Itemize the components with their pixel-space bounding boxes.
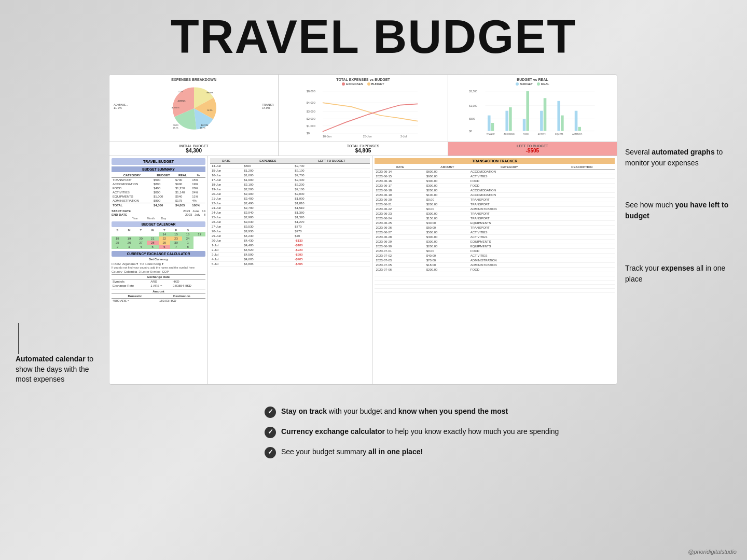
line-chart-title: TOTAL EXPENSES vs BUDGET (282, 78, 444, 81)
expenses-table-row: 29-Jun$4,230$70 (210, 234, 370, 239)
bar-chart-svg: $1,500 $1,000 $500 $0 (451, 87, 614, 138)
currency-section: Set Currency FROM Argentina ▾ TO Honk Ko… (112, 258, 205, 273)
svg-text:$1,000: $1,000 (307, 124, 315, 128)
check-text-3: See your budget summary all in one place… (281, 446, 423, 457)
expenses-table-row: 1-Jul$4,480-$180 (210, 243, 370, 248)
tracker-table-row: 2023-06-17$300.00FOOD (375, 184, 615, 188)
expenses-table-row: 16-Jun$1,600$2,700 (210, 173, 370, 178)
bottom-left-annotation (119, 405, 249, 466)
tracker-table-row: 2023-06-23$300.00TRANSPORT (375, 212, 615, 216)
watermark: @prioridigitalstudio (688, 549, 737, 555)
svg-rect-37 (526, 91, 529, 131)
start-date-label: START DATE (112, 209, 131, 213)
tracker-table-row: 2023-07-02$40.00ACTIVITIES (375, 254, 615, 258)
budget-table-row: ADMINISTRATION$800$1754% (112, 199, 205, 203)
svg-rect-41 (561, 116, 564, 131)
tracker-table-row: 2023-07-05$18.00ADMINISTRATION (375, 263, 615, 268)
tracker-table-row: 2023-06-20$0.00TRANSPORT (375, 198, 615, 202)
left-to-budget-value: -$505 (451, 148, 614, 153)
tracker-table-row: 2023-06-26$50.00TRANSPORT (375, 226, 615, 230)
svg-text:TRANSP.: TRANSP. (205, 92, 213, 94)
page-title: TRAVEL BUDGET (0, 0, 747, 69)
bottom-checklist: Stay on track with your budget and know … (265, 405, 721, 466)
svg-rect-32 (488, 116, 491, 131)
tracker-empty-row (375, 281, 615, 285)
expenses-table-row: 14-Jun$600$3,700 (210, 164, 370, 169)
svg-text:10-Jun: 10-Jun (323, 135, 331, 138)
svg-rect-39 (543, 99, 546, 131)
check-icon-1 (265, 407, 276, 418)
tracker-table-row: 2023-06-25$40.00EQUIPMENTS (375, 221, 615, 226)
svg-text:FOOD: FOOD (522, 133, 528, 136)
svg-text:11.2%: 11.2% (177, 91, 183, 93)
total-expenses-cell: TOTAL EXPENSES $4,805 (279, 142, 448, 156)
svg-rect-40 (557, 101, 560, 131)
tracker-empty-row (375, 289, 615, 293)
expenses-table-row: 25-Jun$2,980$1,320 (210, 215, 370, 220)
tracker-empty-row (375, 276, 615, 281)
budget-table-row: ACCOMODATION$800$90019% (112, 182, 205, 186)
line-chart-legend: EXPENSES BUDGET (282, 82, 444, 86)
pie-chart-panel: EXPENSES BREAKDOWN (109, 75, 279, 142)
svg-text:14.9%: 14.9% (207, 109, 213, 111)
left-panel: TRAVEL BUDGET BUDGET SUMMARY CATEGORY BU… (109, 156, 208, 384)
amount-table: Amount Domestic Destination 4500 ARS = 1… (112, 289, 205, 303)
calendar-header: BUDGET CALENDAR (112, 221, 205, 227)
travel-budget-header: TRAVEL BUDGET (112, 158, 205, 165)
expenses-table: DATE EXPENSES LEFT TO BUDGET 14-Jun$600$… (210, 158, 370, 267)
tracker-table-row: 2023-06-19$100.00ACCOMODATION (375, 193, 615, 198)
svg-text:$8,000: $8,000 (307, 90, 315, 93)
tracker-col-category: CATEGORY (469, 165, 549, 170)
svg-rect-35 (509, 107, 512, 131)
annotation-graphs: Several automated graphs to monitor your… (625, 147, 731, 169)
expenses-table-row: 26-Jun$3,030$1,270 (210, 220, 370, 225)
svg-text:2-Jul: 2-Jul (400, 135, 407, 138)
expenses-table-row: 21-Jun$2,400$1,900 (210, 197, 370, 201)
tracker-col-description: DESCRIPTION (549, 165, 615, 170)
bar-chart-legend: BUDGET REAL (451, 82, 614, 86)
tracker-table-row: 2023-06-27$500.00ACTIVITIES (375, 230, 615, 235)
svg-text:ADMINIST.: ADMINIST. (572, 133, 582, 136)
main-data-row: TRAVEL BUDGET BUDGET SUMMARY CATEGORY BU… (109, 156, 617, 384)
svg-text:25-Jun: 25-Jun (363, 135, 372, 138)
budget-table-row: ACTIVITIES$800$1,14024% (112, 190, 205, 194)
summary-row: INITIAL BUDGET $4,300 TOTAL EXPENSES $4,… (109, 142, 617, 156)
tracker-table-row: 2023-06-21$200.00TRANSPORT (375, 202, 615, 207)
initial-budget-value: $4,300 (113, 148, 275, 153)
tracker-table-row: 2023-06-14$600.00ACCOMODATION (375, 170, 615, 174)
bar-chart-panel: BUDGET vs REAL BUDGET REAL $1,500 $1,000… (448, 75, 617, 142)
tracker-table-row: 2023-06-24$150.00TRANSPORT (375, 216, 615, 221)
svg-text:$4,000: $4,000 (307, 102, 315, 105)
tracker-table-row: 2023-06-22$0.00ADMINISTRATION (375, 207, 615, 212)
svg-text:$2,000: $2,000 (307, 118, 315, 121)
svg-text:$500: $500 (469, 118, 475, 121)
annotation-track: Track your expenses all in one place (625, 263, 731, 285)
line-chart-svg: $8,000 $4,000 $3,000 $2,000 $1,000 $0 (282, 87, 444, 138)
left-to-budget-cell: LEFT TO BUDGET -$505 (448, 142, 617, 156)
start-date-value: 2023 June 14 (183, 209, 205, 213)
tracker-table-row: 2023-06-28$400.00ACTIVITIES (375, 235, 615, 240)
expenses-table-row: 15-Jun$1,200$3,100 (210, 169, 370, 173)
budget-table-row: EQUIPMENTS$1,000$54011% (112, 194, 205, 199)
tracker-table-row: 2023-06-29$300.00EQUIPMENTS (375, 240, 615, 244)
svg-text:ACTIVITI.: ACTIVITI. (171, 107, 179, 109)
end-date-label: END DATE (112, 213, 127, 216)
expenses-table-row: 18-Jun$2,100$2,200 (210, 183, 370, 187)
pie-chart-title: EXPENSES BREAKDOWN (113, 78, 275, 81)
check-item-3: See your budget summary all in one place… (265, 446, 721, 458)
initial-budget-cell: INITIAL BUDGET $4,300 (109, 142, 279, 156)
expenses-table-row: 5-Jul$4,805-$505 (210, 262, 370, 267)
check-item-2: Currency exchange calculator to help you… (265, 426, 721, 438)
svg-text:EQUIPM.: EQUIPM. (555, 133, 563, 136)
tracker-col-amount: AMOUNT (425, 165, 469, 170)
svg-rect-34 (505, 111, 508, 131)
line-chart-panel: TOTAL EXPENSES vs BUDGET EXPENSES BUDGET… (279, 75, 448, 142)
expenses-table-row: 30-Jun$4,430-$130 (210, 239, 370, 243)
total-expenses-label: TOTAL EXPENSES (282, 144, 444, 148)
svg-text:28.1%: 28.1% (173, 127, 178, 129)
expenses-col-amount: EXPENSES (242, 158, 293, 164)
left-annotation: Automated calendar to show the days with… (16, 74, 109, 385)
tracker-table-row: 2023-06-18$200.00ACCOMODATION (375, 188, 615, 193)
middle-panel: DATE EXPENSES LEFT TO BUDGET 14-Jun$600$… (208, 156, 372, 384)
budget-total-row: TOTAL$4,300$4,805100% (112, 203, 205, 208)
